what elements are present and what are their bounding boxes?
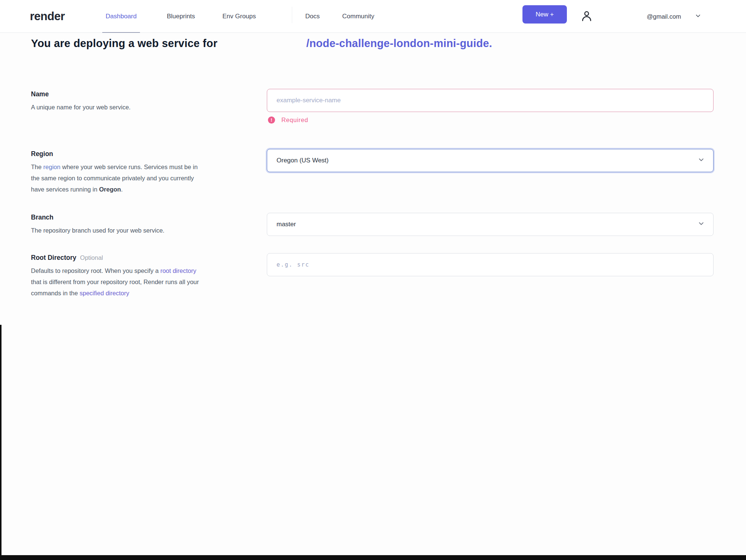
- chevron-down-icon: [695, 12, 702, 21]
- name-label: Name: [31, 90, 206, 98]
- nav-divider: [292, 7, 292, 23]
- name-required-error: ! Required: [268, 116, 308, 124]
- account-menu[interactable]: @gmail.com: [647, 0, 702, 33]
- region-label: Region: [31, 150, 206, 158]
- region-link[interactable]: region: [43, 164, 60, 170]
- root-directory-link[interactable]: root directory: [160, 267, 196, 274]
- branch-select-value: master: [277, 221, 296, 228]
- chevron-down-icon: [697, 156, 705, 165]
- nav-item-dashboard[interactable]: Dashboard: [106, 0, 137, 33]
- nav-item-env-groups[interactable]: Env Groups: [222, 0, 256, 33]
- root-directory-label: Root DirectoryOptional: [31, 254, 206, 262]
- branch-field-label-block: Branch The repository branch used for yo…: [31, 214, 206, 236]
- user-profile-button[interactable]: [578, 8, 595, 25]
- service-name-input[interactable]: [267, 89, 714, 112]
- nav-item-blueprints[interactable]: Blueprints: [167, 0, 195, 33]
- name-description: A unique name for your web service.: [31, 102, 206, 113]
- deploy-web-service-page: render Dashboard Blueprints Env Groups D…: [0, 0, 746, 560]
- region-select-value: Oregon (US West): [277, 157, 329, 164]
- person-icon: [580, 9, 593, 24]
- window-bottom-edge: [0, 555, 746, 560]
- render-logo[interactable]: render: [30, 0, 65, 33]
- specified-directory-link[interactable]: specified directory: [79, 290, 129, 296]
- optional-tag: Optional: [80, 254, 103, 261]
- account-email: @gmail.com: [647, 13, 681, 20]
- region-description: The region where your web service runs. …: [31, 161, 206, 195]
- name-field-label-block: Name A unique name for your web service.: [31, 90, 206, 113]
- window-left-edge: [0, 325, 1, 560]
- top-nav: render Dashboard Blueprints Env Groups D…: [0, 0, 746, 33]
- error-text: Required: [281, 116, 308, 124]
- root-directory-field-label-block: Root DirectoryOptional Defaults to repos…: [31, 254, 206, 299]
- branch-description: The repository branch used for your web …: [31, 225, 206, 236]
- chevron-down-icon: [697, 220, 705, 229]
- page-title-prefix: You are deploying a web service for: [31, 37, 218, 50]
- region-field-label-block: Region The region where your web service…: [31, 150, 206, 195]
- page-title: You are deploying a web service for /nod…: [31, 37, 492, 50]
- nav-item-community[interactable]: Community: [342, 0, 374, 33]
- branch-label: Branch: [31, 214, 206, 221]
- repo-link[interactable]: /node-challenge-london-mini-guide.: [306, 37, 492, 50]
- root-directory-input[interactable]: [267, 253, 714, 276]
- new-button[interactable]: New +: [522, 5, 567, 24]
- branch-select[interactable]: master: [267, 213, 714, 236]
- root-directory-description: Defaults to repository root. When you sp…: [31, 265, 206, 299]
- region-select[interactable]: Oregon (US West): [267, 149, 714, 172]
- nav-item-docs[interactable]: Docs: [305, 0, 320, 33]
- error-exclamation-icon: !: [268, 116, 275, 124]
